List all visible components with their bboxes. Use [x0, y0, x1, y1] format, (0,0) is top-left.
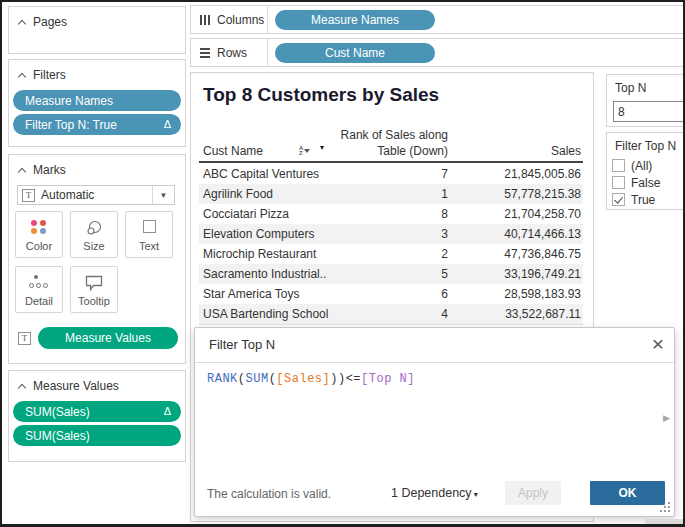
columns-shelf-label: Columns	[217, 13, 264, 27]
filter-option-true[interactable]: True	[612, 192, 685, 207]
table-row[interactable]: Sacramento Industrial..533,196,749.21	[199, 264, 583, 284]
columns-pill-measure-names[interactable]: Measure Names	[275, 10, 435, 30]
close-icon[interactable]: ×	[652, 330, 664, 357]
sales-cell[interactable]: 47,736,846.75	[448, 247, 583, 261]
collapse-chevron-icon[interactable]	[18, 383, 26, 391]
chevron-down-icon[interactable]: ▼	[152, 186, 174, 204]
cust-name-cell[interactable]: Elevation Computers	[199, 227, 333, 241]
filter-option-label: False	[631, 176, 660, 190]
columns-shelf[interactable]: Columns Measure Names	[190, 5, 685, 34]
sales-cell[interactable]: 33,522,687.11	[448, 307, 583, 321]
filter-option-false[interactable]: False	[612, 175, 685, 190]
mark-type-dropdown[interactable]: T Automatic ▼	[17, 185, 175, 205]
collapse-chevron-icon[interactable]	[18, 167, 26, 175]
cust-name-cell[interactable]: Star America Toys	[199, 287, 333, 301]
rank-cell[interactable]: 3	[333, 227, 448, 241]
collapse-chevron-icon[interactable]	[18, 19, 26, 27]
table-rows: ABC Capital Ventures721,845,005.86Agrili…	[199, 164, 583, 324]
formula-token: [Top N]	[361, 372, 415, 386]
formula-token: <=	[346, 372, 361, 386]
filter-option-all[interactable]: (All)	[612, 158, 685, 173]
apply-button[interactable]: Apply	[505, 481, 561, 505]
cust-name-cell[interactable]: ABC Capital Ventures	[199, 167, 333, 181]
pill-label: SUM(Sales)	[25, 429, 90, 443]
rank-cell[interactable]: 6	[333, 287, 448, 301]
detail-button[interactable]: Detail	[15, 266, 63, 313]
text-button[interactable]: Text	[125, 211, 173, 258]
sales-cell[interactable]: 28,598,183.93	[448, 287, 583, 301]
ok-button[interactable]: OK	[590, 481, 665, 505]
table-row[interactable]: Agrilink Food157,778,215.38	[199, 184, 583, 204]
rank-column-header-line2[interactable]: Table (Down)	[333, 144, 448, 158]
cust-name-cell[interactable]: Microchip Restaurant	[199, 247, 333, 261]
calculation-formula[interactable]: RANK(SUM([Sales]))<=[Top N]	[207, 372, 415, 386]
header-menu-caret-icon[interactable]: ▾	[320, 143, 324, 152]
cust-name-cell[interactable]: Sacramento Industrial..	[199, 267, 333, 281]
rank-cell[interactable]: 1	[333, 187, 448, 201]
worksheet-title: Top 8 Customers by Sales	[203, 84, 439, 106]
mark-type-value: Automatic	[41, 188, 94, 202]
measure-value-pill[interactable]: SUM(Sales)	[13, 425, 181, 446]
collapse-chevron-icon[interactable]	[18, 72, 26, 80]
cust-name-column-header[interactable]: Cust Name	[203, 144, 263, 158]
rank-cell[interactable]: 7	[333, 167, 448, 181]
sales-cell[interactable]: 57,778,215.38	[448, 187, 583, 201]
table-row[interactable]: Microchip Restaurant247,736,846.75	[199, 244, 583, 264]
pill-label: Filter Top N: True	[25, 118, 117, 132]
top-n-label: Top N	[615, 81, 646, 95]
pages-card: Pages	[8, 6, 186, 54]
table-row[interactable]: USA Bartending School433,522,687.11	[199, 304, 583, 324]
cust-name-cell[interactable]: Agrilink Food	[199, 187, 333, 201]
dependency-dropdown[interactable]: 1 Dependency ▾	[391, 486, 478, 500]
sales-cell[interactable]: 21,704,258.70	[448, 207, 583, 221]
rank-cell[interactable]: 8	[333, 207, 448, 221]
top-n-parameter-card: Top N	[606, 74, 685, 127]
rows-icon	[200, 48, 210, 58]
size-button[interactable]: Size	[70, 211, 118, 258]
tooltip-button[interactable]: Tooltip	[70, 266, 118, 313]
formula-token: RANK	[207, 372, 238, 386]
measure-values-card-title: Measure Values	[33, 379, 119, 393]
sales-cell[interactable]: 33,196,749.21	[448, 267, 583, 281]
marks-card-title: Marks	[33, 163, 66, 177]
text-mark-icon: T	[22, 189, 35, 202]
filter-top-n-card-title: Filter Top N	[607, 133, 685, 156]
sales-column-header[interactable]: Sales	[463, 144, 581, 158]
measure-values-pill[interactable]: Measure Values	[38, 327, 178, 349]
sales-cell[interactable]: 40,714,466.13	[448, 227, 583, 241]
rows-pill-cust-name[interactable]: Cust Name	[275, 43, 435, 63]
expand-panel-arrow-icon[interactable]: ▶	[663, 413, 670, 423]
cust-name-cell[interactable]: Cocciatari Pizza	[199, 207, 333, 221]
sort-icon[interactable]: AZ	[299, 145, 310, 156]
table-bottom-divider	[199, 324, 583, 325]
top-n-input[interactable]	[613, 101, 685, 122]
rank-cell[interactable]: 2	[333, 247, 448, 261]
size-icon	[71, 220, 117, 236]
table-row[interactable]: ABC Capital Ventures721,845,005.86	[199, 164, 583, 184]
filter-top-n-options: (All)FalseTrue	[607, 158, 685, 207]
filters-card-title: Filters	[33, 68, 66, 82]
cust-name-cell[interactable]: USA Bartending School	[199, 307, 333, 321]
measure-values-pill-list: SUM(Sales)ΔSUM(Sales)	[9, 401, 185, 446]
table-row[interactable]: Cocciatari Pizza821,704,258.70	[199, 204, 583, 224]
rows-shelf[interactable]: Rows Cust Name	[190, 38, 685, 67]
filter-pill[interactable]: Filter Top N: TrueΔ	[13, 114, 181, 135]
checkbox-checked-icon[interactable]	[612, 193, 625, 206]
filter-pill[interactable]: Measure Names	[13, 90, 181, 111]
table-row[interactable]: Elevation Computers340,714,466.13	[199, 224, 583, 244]
sales-cell[interactable]: 21,845,005.86	[448, 167, 583, 181]
measure-value-pill[interactable]: SUM(Sales)Δ	[13, 401, 181, 422]
rank-cell[interactable]: 4	[333, 307, 448, 321]
pill-label: Measure Names	[25, 94, 113, 108]
table-row[interactable]: Star America Toys628,598,183.93	[199, 284, 583, 304]
calculation-status: The calculation is valid.	[207, 487, 331, 501]
dialog-divider	[195, 362, 674, 363]
resize-grip[interactable]	[659, 502, 670, 513]
checkbox-icon[interactable]	[612, 176, 625, 189]
rank-cell[interactable]: 5	[333, 267, 448, 281]
checkbox-icon[interactable]	[612, 159, 625, 172]
filter-top-n-card: Filter Top N (All)FalseTrue	[606, 132, 685, 210]
formula-token: SUM	[246, 372, 269, 386]
color-button[interactable]: Color	[15, 211, 63, 258]
marks-card: Marks T Automatic ▼ Color Size	[8, 154, 186, 364]
